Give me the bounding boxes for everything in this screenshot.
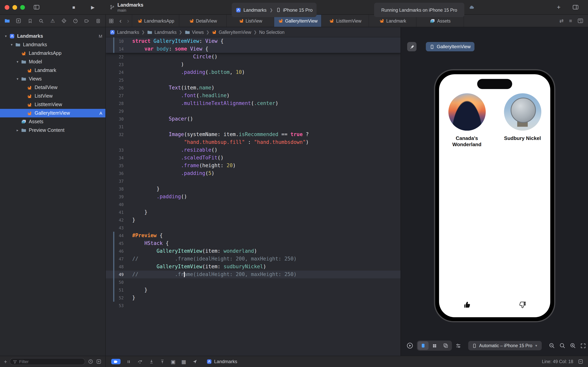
zoom-window-button[interactable]	[20, 5, 25, 9]
run-button[interactable]: ▶	[91, 0, 94, 14]
issues-navigator-button[interactable]: ⚠	[50, 18, 56, 24]
zoom-actual-size-button[interactable]	[559, 342, 565, 349]
code-line-35[interactable]: 35 .frame(height: 20)	[106, 162, 401, 169]
step-into-button[interactable]	[149, 359, 154, 364]
chevron-down-icon[interactable]: ▾	[3, 34, 8, 38]
step-over-button[interactable]	[137, 359, 143, 364]
jump-bar[interactable]: Landmarks❯Landmarks❯Views❯GalleryItemVie…	[106, 27, 401, 37]
code-line-42[interactable]: 42}	[106, 216, 401, 224]
code-line-51[interactable]: 51 }	[106, 286, 401, 294]
code-line-32[interactable]: 32 Image(systemName: item.isRecommended …	[106, 131, 401, 138]
stop-button[interactable]: ■	[72, 0, 75, 14]
sidebar-item-Model[interactable]: ▾Model	[0, 58, 105, 66]
code-line-26[interactable]: 26 Text(item.name)	[106, 84, 401, 92]
tab-DetailView[interactable]: DetailView	[179, 15, 227, 27]
chevron-down-icon[interactable]: ▾	[15, 77, 20, 81]
tab-LandmarksApp[interactable]: LandmarksApp	[132, 15, 179, 27]
forward-button[interactable]: ›	[124, 17, 132, 24]
code-line-31[interactable]: 31	[106, 123, 401, 131]
code-line-24[interactable]: 24 .padding(.bottom, 10)	[106, 68, 401, 76]
code-line-53[interactable]: 53	[106, 302, 401, 309]
live-preview-mode-button[interactable]	[418, 341, 428, 350]
sidebar-item-Views[interactable]: ▾Views	[0, 75, 105, 83]
sidebar-item-ListView[interactable]: ListView	[0, 92, 105, 100]
code-line-22[interactable]: 22 Circle()	[106, 53, 401, 61]
code-line-14[interactable]: 14 var body: some View {	[106, 45, 401, 53]
code-line-38[interactable]: 38 }	[106, 185, 401, 193]
code-line-46[interactable]: 46 GalleryItemView(item: wonderland)	[106, 247, 401, 255]
simulate-location-button[interactable]	[192, 359, 197, 364]
code-line-40[interactable]: 40	[106, 200, 401, 209]
view-debugger-button[interactable]: ▣	[171, 359, 176, 365]
breakpoints-toggle-button[interactable]	[111, 359, 121, 364]
sidebar-item-DetailView[interactable]: DetailView	[0, 83, 105, 92]
memory-graph-button[interactable]: ▦	[181, 359, 186, 365]
sidebar-item-Assets[interactable]: Assets	[0, 117, 105, 126]
code-line-37[interactable]: 37	[106, 177, 401, 185]
code-line-34[interactable]: 34 .scaledToFit()	[106, 154, 401, 162]
code-line-25[interactable]: 25	[106, 76, 401, 84]
code-area[interactable]: 10struct GalleryItemView: View {14 var b…	[106, 37, 401, 356]
debug-navigator-button[interactable]	[73, 18, 78, 24]
code-line-29[interactable]: 29	[106, 107, 401, 115]
step-out-button[interactable]	[160, 359, 165, 364]
code-line-30[interactable]: 30 Spacer()	[106, 115, 401, 123]
source-control-navigator-button[interactable]	[16, 18, 21, 24]
flagged-files-button[interactable]	[96, 359, 101, 364]
code-line-41[interactable]: 41 }	[106, 209, 401, 216]
code-line-47[interactable]: 47// .frame(idealHeight: 200, maxHeight:…	[106, 255, 401, 263]
sidebar-item-Landmarks[interactable]: ▾Landmarks	[0, 41, 105, 49]
device-settings-button[interactable]	[455, 343, 461, 349]
code-line-44[interactable]: 44#Preview {	[106, 232, 401, 240]
preview-target-chip[interactable]: GalleryItemView	[426, 42, 474, 51]
code-line-52[interactable]: 52}	[106, 294, 401, 302]
reports-navigator-button[interactable]	[95, 18, 101, 24]
code-line-28[interactable]: 28 .multilineTextAlignment(.center)	[106, 100, 401, 107]
editor-mode-button[interactable]	[578, 359, 583, 364]
find-navigator-button[interactable]	[38, 18, 44, 24]
breakpoints-navigator-button[interactable]	[84, 18, 90, 24]
code-line-43[interactable]: 43	[106, 224, 401, 232]
zoom-to-fit-button[interactable]	[580, 343, 586, 349]
sidebar-item-Preview-Content[interactable]: ▸Preview Content	[0, 126, 105, 134]
filter-field[interactable]	[10, 358, 85, 365]
chevron-down-icon[interactable]: ▾	[15, 60, 20, 64]
zoom-out-button[interactable]	[548, 342, 555, 349]
related-items-button[interactable]	[109, 18, 114, 24]
sidebar-item-ListItemView[interactable]: ListItemView	[0, 100, 105, 109]
pause-execution-button[interactable]	[126, 359, 131, 364]
breadcrumb-item-Landmarks[interactable]: Landmarks	[147, 29, 177, 35]
tab-ListItemView[interactable]: ListItemView	[322, 15, 369, 27]
code-line-27[interactable]: 27 .font(.headline)	[106, 92, 401, 100]
zoom-in-button[interactable]	[570, 342, 576, 349]
code-line-50[interactable]: 50	[106, 278, 401, 286]
toggle-left-sidebar-button[interactable]	[34, 0, 40, 14]
code-line-10[interactable]: 10struct GalleryItemView: View {	[106, 37, 401, 45]
code-review-button[interactable]: ⇄	[559, 18, 564, 24]
recent-files-button[interactable]	[88, 359, 93, 364]
sidebar-item-GalleryItemView[interactable]: GalleryItemViewA	[0, 109, 105, 117]
code-line-36[interactable]: 36 .padding(5)	[106, 169, 401, 177]
back-button[interactable]: ‹	[117, 17, 124, 24]
chevron-right-icon[interactable]: ▸	[15, 128, 20, 132]
project-navigator-button[interactable]	[4, 18, 10, 24]
filter-input[interactable]	[19, 359, 82, 364]
breadcrumb-item-Views[interactable]: Views	[185, 29, 204, 35]
code-line-wrap[interactable]: "hand.thumbsup.fill" : "hand.thumbsdown"…	[106, 138, 401, 146]
running-process[interactable]: Landmarks	[206, 359, 237, 364]
chevron-down-icon[interactable]: ▾	[9, 43, 14, 47]
scheme-selector[interactable]: Landmarks ❯ iPhone 15 Pro	[232, 3, 317, 17]
code-line-45[interactable]: 45 HStack {	[106, 240, 401, 247]
breadcrumb-item-Landmarks[interactable]: Landmarks	[110, 29, 139, 35]
sidebar-item-LandmarksApp[interactable]: LandmarksApp	[0, 49, 105, 58]
breadcrumb-item-No-Selection[interactable]: No Selection	[259, 30, 285, 34]
toggle-right-sidebar-button[interactable]	[572, 0, 579, 14]
code-line-48[interactable]: 48 GalleryItemView(item: sudburyNickel)	[106, 263, 401, 271]
editor-options-button[interactable]: ≡	[569, 18, 572, 24]
tests-navigator-button[interactable]	[61, 18, 67, 24]
add-file-button[interactable]: +	[4, 359, 7, 365]
sidebar-item-Landmarks[interactable]: ▾LandmarksM	[0, 32, 105, 41]
code-line-23[interactable]: 23 )	[106, 61, 401, 68]
close-window-button[interactable]	[5, 5, 9, 9]
code-line-49[interactable]: 49// .frame(idealHeight: 200, maxHeight:…	[106, 271, 401, 278]
